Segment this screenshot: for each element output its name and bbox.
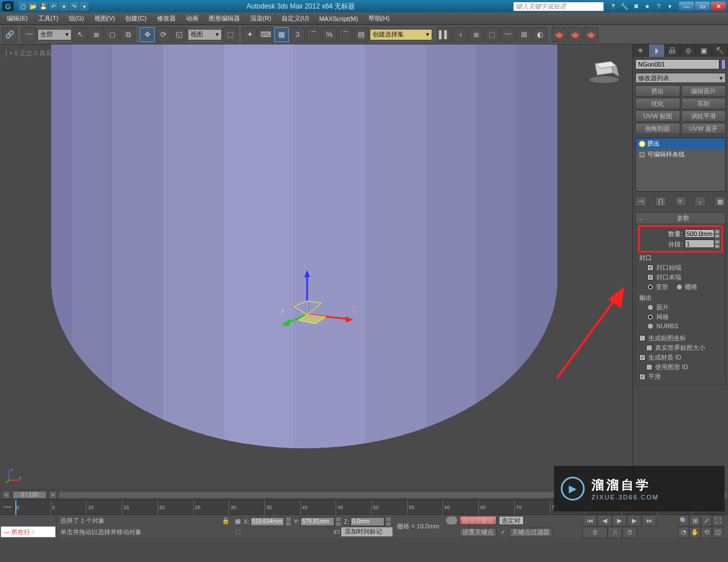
frame-input[interactable]: 0: [582, 527, 607, 538]
menu-edit[interactable]: 编辑(E): [2, 13, 32, 24]
pan-icon[interactable]: ✋: [689, 527, 701, 538]
rollout-header[interactable]: -参数: [636, 213, 725, 224]
material-editor-icon[interactable]: ◐: [532, 27, 547, 42]
manipulate-icon[interactable]: ✦: [242, 27, 257, 42]
fov-icon[interactable]: ◔: [678, 527, 689, 538]
mesh-radio[interactable]: [647, 314, 653, 320]
abs-rel-icon[interactable]: ▦: [233, 517, 242, 526]
gen-matid-checkbox[interactable]: ✓: [639, 354, 646, 361]
maximize-viewport-icon[interactable]: ◫: [712, 527, 723, 538]
modbtn-lathe[interactable]: 车削: [681, 98, 726, 109]
keyfilters-button[interactable]: 关键点过滤器: [509, 528, 552, 537]
show-result-icon[interactable]: ∏: [655, 196, 667, 206]
trackbar-curve-icon[interactable]: 〰: [0, 500, 15, 515]
minimize-button[interactable]: —: [679, 2, 694, 11]
close-button[interactable]: ✕: [711, 2, 726, 11]
menu-views[interactable]: 视图(V): [90, 13, 120, 24]
transform-gizmo-icon[interactable]: z x y: [282, 269, 361, 332]
select-by-name-icon[interactable]: ≣: [89, 27, 104, 42]
undo-dropdown-icon[interactable]: ▾: [59, 2, 68, 11]
object-name-input[interactable]: [635, 59, 719, 69]
setkey-button[interactable]: 设置关键点: [460, 528, 497, 537]
align-icon[interactable]: ⫞: [453, 27, 468, 42]
menu-animation[interactable]: 动画: [181, 13, 203, 24]
script-listener[interactable]: — 所在行：: [1, 526, 56, 538]
x-input[interactable]: [250, 517, 284, 526]
binoculars-icon[interactable]: 🔭: [609, 2, 618, 11]
timetag-icon[interactable]: 🏷: [332, 527, 341, 536]
spinner-snap-icon[interactable]: %: [322, 27, 337, 42]
goto-end-icon[interactable]: ⏭: [642, 515, 656, 526]
expand-icon[interactable]: +: [639, 152, 645, 158]
make-unique-icon[interactable]: ⩔: [675, 196, 686, 206]
orbit-icon[interactable]: ⟲: [701, 527, 712, 538]
new-icon[interactable]: ▢: [18, 2, 27, 11]
ref-coord-dropdown[interactable]: 视图▾: [188, 29, 222, 40]
named-selection-dropdown[interactable]: 创建选择集▾: [370, 29, 432, 40]
rendered-frame-icon[interactable]: 🫖: [568, 27, 582, 42]
modbtn-extrude[interactable]: 挤出: [635, 85, 680, 97]
real-world-checkbox[interactable]: [646, 345, 652, 351]
amount-spinner[interactable]: ▲▼: [685, 229, 720, 238]
time-tag-input[interactable]: 添加时间标记: [341, 527, 392, 536]
keyboard-shortcut-icon[interactable]: ⌨: [258, 27, 273, 42]
redo-icon[interactable]: ↷: [69, 2, 78, 11]
menu-create[interactable]: 创建(C): [121, 13, 151, 24]
patch-radio[interactable]: [647, 304, 653, 311]
lock-selection-icon[interactable]: 🔒: [222, 516, 230, 524]
remove-modifier-icon[interactable]: ỽ: [694, 196, 706, 206]
modbtn-uvwmap[interactable]: UVW 贴图: [635, 110, 680, 122]
time-config-icon[interactable]: ⏱: [622, 527, 637, 538]
goto-start-icon[interactable]: ⏮: [582, 515, 597, 526]
menu-help[interactable]: 帮助(H): [364, 13, 394, 24]
configure-sets-icon[interactable]: ▦: [714, 196, 726, 206]
frame-indicator[interactable]: 0 / 100: [13, 491, 47, 499]
menu-customize[interactable]: 自定义(U): [277, 13, 313, 24]
tab-hierarchy-icon[interactable]: 品: [665, 44, 681, 57]
play-icon[interactable]: ▶: [612, 515, 627, 526]
key-icon[interactable]: [446, 516, 457, 524]
edit-named-sel-icon[interactable]: ⌒: [338, 27, 353, 42]
modbtn-optimize[interactable]: 优化: [635, 98, 680, 109]
menu-maxscript[interactable]: MAXScript(M): [315, 14, 362, 23]
autokey-button[interactable]: 自动关键点: [460, 516, 497, 525]
stack-item-extrude[interactable]: 挤出: [636, 138, 725, 149]
use-shapeid-checkbox[interactable]: [646, 364, 652, 370]
menu-group[interactable]: 组(G): [64, 13, 89, 24]
scene-object-ngon[interactable]: [51, 44, 557, 448]
tab-modify-icon[interactable]: ◗: [649, 44, 665, 57]
maximize-button[interactable]: ▭: [695, 2, 710, 11]
key-step-icon[interactable]: ⎍: [607, 527, 622, 538]
help-dropdown-icon[interactable]: ▾: [665, 2, 675, 11]
save-icon[interactable]: 💾: [39, 2, 48, 11]
window-crossing-icon[interactable]: ⧉: [121, 27, 135, 42]
curve-editor-icon[interactable]: 〰: [500, 27, 515, 42]
snap-toggle-icon[interactable]: ▦: [274, 27, 289, 42]
cap-start-checkbox[interactable]: ✓: [647, 265, 653, 271]
segments-spinner[interactable]: ▲▼: [685, 239, 720, 249]
named-sel-icon[interactable]: ▤: [354, 27, 369, 42]
isolate-icon[interactable]: ⬚: [233, 527, 242, 536]
nurbs-radio[interactable]: [647, 323, 653, 329]
y-input[interactable]: [300, 517, 334, 526]
help-icon[interactable]: ?: [654, 2, 663, 11]
select-object-icon[interactable]: ↖: [73, 27, 88, 42]
move-icon[interactable]: ✥: [140, 27, 155, 42]
z-input[interactable]: [350, 517, 384, 526]
scale-icon[interactable]: ◱: [172, 27, 187, 42]
menu-modifiers[interactable]: 修改器: [152, 13, 180, 24]
object-color-swatch[interactable]: [721, 59, 726, 69]
modifier-stack[interactable]: 挤出 +可编辑样条线: [635, 138, 726, 192]
tab-display-icon[interactable]: ▣: [696, 44, 712, 57]
morph-radio[interactable]: [647, 284, 653, 290]
percent-snap-icon[interactable]: ⌒: [306, 27, 321, 42]
viewport[interactable]: [ + 0 正交 0 真实 ] z x y: [0, 44, 632, 489]
zoom-extents-icon[interactable]: ⤢: [701, 515, 712, 526]
comm-center-icon[interactable]: 🔧: [620, 2, 629, 11]
modbtn-bevelprofile[interactable]: 倒角剖面: [635, 123, 680, 134]
prev-frame-icon[interactable]: ◀: [597, 515, 612, 526]
timeslider-next-icon[interactable]: >: [49, 491, 57, 499]
menu-tools[interactable]: 工具(T): [34, 13, 63, 24]
undo-icon[interactable]: ↶: [49, 2, 58, 11]
angle-snap-icon[interactable]: 3: [290, 27, 305, 42]
